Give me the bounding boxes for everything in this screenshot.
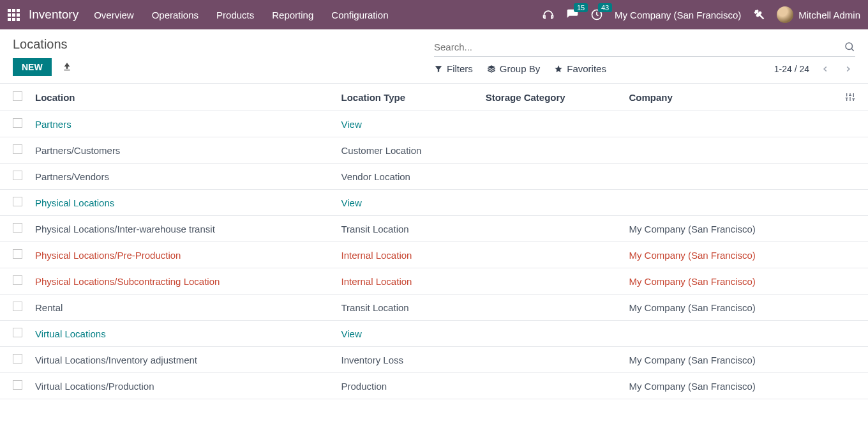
support-icon[interactable] — [542, 8, 555, 21]
row-checkbox[interactable] — [13, 380, 22, 390]
toolbar-left: Filters Group By Favorites — [434, 63, 606, 74]
cell-company: My Company (San Francisco) — [622, 242, 839, 268]
row-checkbox[interactable] — [13, 249, 22, 259]
col-storage-category[interactable]: Storage Category — [479, 84, 623, 111]
row-checkbox[interactable] — [13, 223, 22, 233]
row-checkbox[interactable] — [13, 275, 22, 285]
debug-icon[interactable] — [752, 8, 765, 21]
row-checkbox[interactable] — [13, 118, 22, 128]
cell-location[interactable]: Physical Locations — [35, 197, 114, 208]
cell-location[interactable]: Physical Locations/Subcontracting Locati… — [35, 276, 220, 287]
table-row[interactable]: Physical Locations/Subcontracting Locati… — [0, 268, 868, 295]
table-row[interactable]: Virtual Locations/ProductionProductionMy… — [0, 373, 868, 399]
layers-icon — [487, 65, 496, 73]
row-checkbox[interactable] — [13, 144, 22, 154]
navbar-right: 15 43 My Company (San Francisco) Mitchel… — [542, 6, 860, 23]
navbar-left: Inventory Overview Operations Products R… — [8, 8, 389, 22]
cell-location-type: Vendor Location — [341, 171, 410, 182]
table-row[interactable]: Partners/VendorsVendor Location — [0, 164, 868, 190]
row-checkbox[interactable] — [13, 354, 22, 364]
cell-location[interactable]: Virtual Locations — [35, 328, 106, 339]
nav-configuration[interactable]: Configuration — [331, 10, 388, 20]
cell-company: My Company (San Francisco) — [622, 373, 839, 399]
page-title: Locations — [13, 37, 72, 52]
user-menu[interactable]: Mitchell Admin — [777, 6, 860, 23]
cell-location[interactable]: Physical Locations/Pre-Production — [35, 250, 181, 261]
table-row[interactable]: Virtual Locations/Inventory adjustmentIn… — [0, 347, 868, 373]
pager-next-icon[interactable] — [841, 65, 855, 73]
cell-storage-category — [479, 216, 623, 242]
cell-company — [622, 321, 839, 347]
search-icon[interactable] — [844, 41, 855, 52]
activities-icon[interactable]: 43 — [590, 8, 603, 21]
cell-company — [622, 111, 839, 137]
row-checkbox[interactable] — [13, 328, 22, 337]
cp-right: Filters Group By Favorites 1-24 / 24 — [434, 37, 855, 80]
nav-operations[interactable]: Operations — [152, 10, 198, 20]
col-company[interactable]: Company — [622, 84, 839, 111]
groupby-button[interactable]: Group By — [487, 63, 540, 74]
col-location[interactable]: Location — [29, 84, 334, 111]
cell-storage-category — [479, 242, 623, 268]
search-row — [434, 37, 855, 57]
nav-reporting[interactable]: Reporting — [272, 10, 313, 20]
messaging-icon[interactable]: 15 — [566, 8, 579, 21]
filters-button[interactable]: Filters — [434, 63, 473, 74]
col-location-type[interactable]: Location Type — [334, 84, 479, 111]
pager-text[interactable]: 1-24 / 24 — [774, 64, 809, 74]
cell-location[interactable]: Partners — [35, 119, 71, 130]
column-settings-icon[interactable] — [845, 92, 855, 102]
cell-storage-category — [479, 373, 623, 399]
nav-products[interactable]: Products — [216, 10, 254, 20]
cell-location-type: Internal Location — [341, 276, 412, 287]
star-icon — [554, 65, 563, 73]
cell-company: My Company (San Francisco) — [622, 216, 839, 242]
cell-location[interactable]: Virtual Locations/Production — [35, 381, 154, 392]
table-header-row: Location Location Type Storage Category … — [0, 84, 868, 111]
cell-storage-category — [479, 268, 623, 295]
table-row[interactable]: Physical LocationsView — [0, 190, 868, 216]
select-all-checkbox[interactable] — [13, 91, 22, 101]
table-row[interactable]: Virtual LocationsView — [0, 321, 868, 347]
table-row[interactable]: RentalTransit LocationMy Company (San Fr… — [0, 295, 868, 321]
cell-storage-category — [479, 137, 623, 164]
cell-storage-category — [479, 347, 623, 373]
cell-location-type: View — [341, 197, 361, 208]
cell-storage-category — [479, 295, 623, 321]
cell-location-type: Inventory Loss — [341, 355, 403, 365]
table-row[interactable]: PartnersView — [0, 111, 868, 137]
cell-company — [622, 164, 839, 190]
nav-overview[interactable]: Overview — [94, 10, 134, 20]
cp-left-bottom: NEW — [13, 58, 72, 76]
app-brand[interactable]: Inventory — [29, 8, 79, 22]
search-input[interactable] — [434, 42, 844, 52]
row-checkbox[interactable] — [13, 302, 22, 311]
cell-location-type: Internal Location — [341, 250, 412, 261]
toolbar-row: Filters Group By Favorites 1-24 / 24 — [434, 57, 855, 80]
table-row[interactable]: Physical Locations/Inter-warehouse trans… — [0, 216, 868, 242]
cell-storage-category — [479, 111, 623, 137]
table-row[interactable]: Physical Locations/Pre-ProductionInterna… — [0, 242, 868, 268]
new-button[interactable]: NEW — [13, 58, 52, 76]
cell-storage-category — [479, 190, 623, 216]
toolbar-right: 1-24 / 24 — [774, 64, 855, 74]
filter-icon — [434, 65, 443, 73]
pager-prev-icon[interactable] — [818, 65, 832, 73]
favorites-button[interactable]: Favorites — [554, 63, 606, 74]
apps-icon[interactable] — [8, 9, 20, 21]
row-checkbox[interactable] — [13, 171, 22, 180]
cell-location[interactable]: Physical Locations/Inter-warehouse trans… — [35, 224, 215, 234]
company-selector[interactable]: My Company (San Francisco) — [615, 10, 741, 20]
export-icon[interactable] — [62, 62, 72, 72]
messaging-badge: 15 — [574, 3, 588, 12]
nav-items: Overview Operations Products Reporting C… — [94, 10, 388, 20]
cell-company — [622, 137, 839, 164]
table-row[interactable]: Partners/CustomersCustomer Location — [0, 137, 868, 164]
row-checkbox[interactable] — [13, 197, 22, 206]
cell-location-type: Production — [341, 381, 387, 392]
cell-location[interactable]: Virtual Locations/Inventory adjustment — [35, 355, 197, 365]
cell-location[interactable]: Partners/Vendors — [35, 171, 109, 182]
cell-location[interactable]: Partners/Customers — [35, 145, 120, 156]
favorites-label: Favorites — [567, 63, 606, 74]
cell-location[interactable]: Rental — [35, 302, 63, 313]
